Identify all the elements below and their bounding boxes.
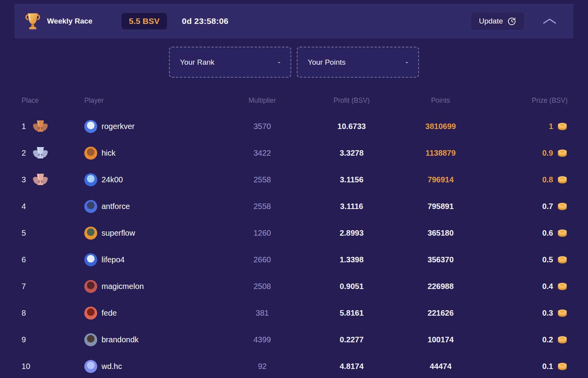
points-value: 356370: [400, 255, 481, 264]
points-value: 3810699: [400, 122, 481, 131]
profit-value: 5.8161: [303, 309, 400, 318]
coin-icon: [557, 282, 568, 291]
table-row: 5 superflow 1260 2.8993 365180 0.6: [22, 220, 568, 246]
prize-value: 0.8: [542, 175, 553, 184]
player-cell[interactable]: superflow: [84, 227, 221, 240]
table-body: 1 rogerkver 3570 10.6733 3810699 1: [22, 113, 568, 378]
prize-cell: 0.8: [481, 175, 568, 184]
place-number: 2: [22, 149, 31, 158]
coin-icon: [557, 202, 568, 211]
your-rank-box: Your Rank -: [169, 47, 291, 78]
prize-value: 0.2: [542, 335, 553, 344]
prize-cell: 0.1: [481, 362, 568, 371]
your-points-value: -: [406, 58, 408, 67]
multiplier-value: 4399: [221, 335, 303, 344]
place-number: 3: [22, 175, 31, 184]
place-number: 6: [22, 255, 31, 264]
your-rank-value: -: [278, 58, 280, 67]
player-cell[interactable]: brandondk: [84, 333, 221, 346]
multiplier-value: 3422: [221, 149, 303, 158]
prize-value: 0.3: [542, 309, 553, 318]
update-button-label: Update: [479, 17, 503, 25]
prize-cell: 0.4: [481, 282, 568, 291]
table-header-row: Place Player Multiplier Profit (BSV) Poi…: [22, 95, 568, 106]
table-row: 1 rogerkver 3570 10.6733 3810699 1: [22, 113, 568, 140]
countdown-timer: 0d 23:58:06: [182, 16, 229, 26]
place-number: 1: [22, 122, 31, 131]
coin-icon: [557, 176, 568, 184]
multiplier-value: 2558: [221, 175, 303, 184]
prize-cell: 0.3: [481, 309, 568, 318]
points-value: 1138879: [400, 149, 481, 158]
player-name: antforce: [102, 202, 130, 211]
prize-cell: 0.5: [481, 255, 568, 264]
profit-value: 3.3278: [303, 149, 400, 158]
points-value: 44474: [400, 362, 481, 371]
avatar: [84, 280, 97, 293]
coin-icon: [557, 336, 568, 344]
multiplier-value: 2660: [221, 255, 303, 264]
multiplier-value: 3570: [221, 122, 303, 131]
points-value: 221626: [400, 309, 481, 318]
prize-value: 0.6: [542, 229, 553, 238]
profit-value: 3.1156: [303, 175, 400, 184]
profit-value: 3.1116: [303, 202, 400, 211]
multiplier-value: 381: [221, 309, 303, 318]
player-cell[interactable]: wd.hc: [84, 360, 221, 373]
chevron-up-icon[interactable]: [542, 18, 557, 25]
history-clock-icon: [507, 17, 516, 26]
profit-value: 4.8174: [303, 362, 400, 371]
column-header-points: Points: [400, 96, 481, 105]
player-name: magicmelon: [102, 282, 144, 291]
profit-value: 10.6733: [303, 122, 400, 131]
table-row: 4 antforce 2558 3.1116 795891 0.7: [22, 193, 568, 220]
profit-value: 0.2277: [303, 335, 400, 344]
player-cell[interactable]: antforce: [84, 200, 221, 213]
points-value: 795891: [400, 202, 481, 211]
player-cell[interactable]: lifepo4: [84, 253, 221, 266]
prize-cell: 1: [481, 122, 568, 131]
player-name: rogerkver: [102, 122, 134, 131]
prize-cell: 0.7: [481, 202, 568, 211]
points-value: 100174: [400, 335, 481, 344]
player-name: brandondk: [102, 335, 139, 344]
table-row: 7 magicmelon 2508 0.9051 226988 0.4: [22, 273, 568, 300]
player-name: hick: [102, 149, 116, 158]
column-header-prize: Prize (BSV): [481, 96, 568, 105]
player-name: 24k00: [102, 175, 123, 184]
leaderboard-table: Place Player Multiplier Profit (BSV) Poi…: [22, 95, 568, 378]
avatar: [84, 227, 97, 240]
rank-trophy-badge: [33, 120, 48, 133]
table-row: 2 hick 3422 3.3278 1138879 0.9: [22, 140, 568, 166]
avatar: [84, 120, 97, 133]
profit-value: 0.9051: [303, 282, 400, 291]
your-points-label: Your Points: [308, 58, 345, 67]
player-name: fede: [102, 309, 117, 318]
prize-value: 1: [549, 122, 553, 131]
player-cell[interactable]: rogerkver: [84, 120, 221, 133]
weekly-race-header: Weekly Race 5.5 BSV 0d 23:58:06 Update: [15, 4, 573, 38]
avatar: [84, 360, 97, 373]
coin-icon: [557, 309, 568, 317]
place-number: 9: [22, 335, 31, 344]
player-cell[interactable]: 24k00: [84, 173, 221, 186]
player-cell[interactable]: hick: [84, 147, 221, 160]
update-button[interactable]: Update: [471, 13, 524, 30]
profit-value: 1.3398: [303, 255, 400, 264]
prize-value: 0.5: [542, 255, 553, 264]
place-number: 7: [22, 282, 31, 291]
prize-cell: 0.9: [481, 149, 568, 158]
place-number: 4: [22, 202, 31, 211]
prize-cell: 0.2: [481, 335, 568, 344]
player-name: superflow: [102, 229, 135, 238]
multiplier-value: 2558: [221, 202, 303, 211]
points-value: 226988: [400, 282, 481, 291]
multiplier-value: 2508: [221, 282, 303, 291]
table-row: 8 fede 381 5.8161 221626 0.3: [22, 300, 568, 326]
player-cell[interactable]: magicmelon: [84, 280, 221, 293]
player-cell[interactable]: fede: [84, 307, 221, 320]
profit-value: 2.8993: [303, 229, 400, 238]
table-row: 3 24k00 2558 3.1156 796914 0.8: [22, 166, 568, 193]
prize-value: 0.9: [542, 149, 553, 158]
avatar: [84, 253, 97, 266]
